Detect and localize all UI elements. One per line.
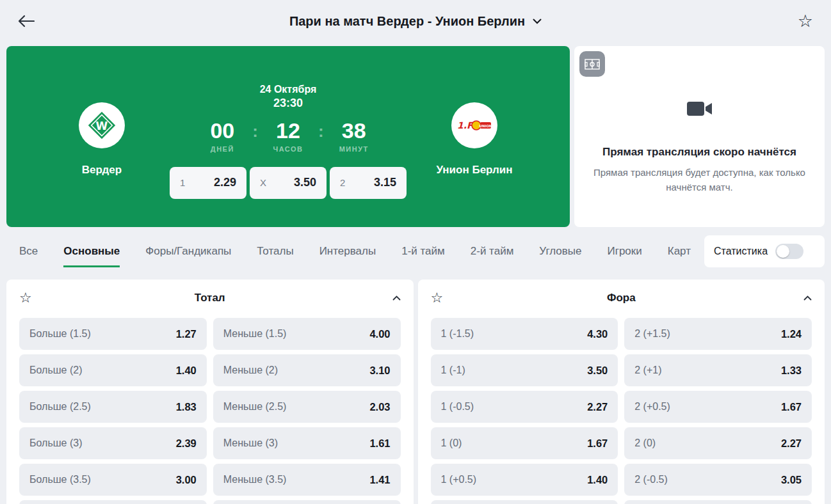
odd-button-x[interactable]: X 3.50 — [250, 167, 327, 199]
bet-odds: 1.27 — [176, 328, 197, 340]
bet-odds: 3.50 — [587, 365, 608, 377]
bet-cell[interactable]: Меньше (2.5) 2.03 — [213, 391, 401, 423]
bet-cell[interactable]: Меньше (2) 3.10 — [213, 354, 401, 386]
bet-odds: 3.10 — [369, 365, 390, 377]
market-favorite-star-icon[interactable]: ☆ — [19, 291, 38, 305]
odd-button-1[interactable]: 1 2.29 — [170, 167, 246, 199]
video-camera-icon — [687, 100, 713, 120]
countdown-minutes: 38 МИНУТ — [333, 120, 375, 153]
countdown: 00 ДНЕЙ : 12 ЧАСОВ : 38 МИНУТ — [201, 120, 375, 153]
match-time: 23:30 — [273, 96, 303, 111]
statistics-toggle-box: Статистика — [704, 235, 825, 267]
match-date: 24 Октября — [260, 83, 317, 96]
bet-cell[interactable]: Меньше (3) 1.61 — [213, 427, 401, 459]
market-row: 1 (0) 1.67 2 (0) 2.27 — [431, 427, 812, 459]
bet-odds: 4.00 — [369, 328, 390, 340]
market-rows: 1 (-1.5) 4.30 2 (+1.5) 1.24 1 (-1) 3.50 … — [431, 314, 812, 504]
market-card-total: ☆ Тотал Больше (1.5) 1.27 Меньше (1.5) — [6, 280, 414, 504]
bet-label: 2 (+0.5) — [634, 401, 670, 413]
bet-label: Меньше (3) — [223, 437, 278, 449]
tab-all[interactable]: Все — [19, 235, 38, 267]
bet-cell[interactable]: 1 (0) 1.67 — [431, 427, 618, 459]
bet-cell[interactable]: 2 (-0.5) 3.05 — [624, 464, 812, 496]
statistics-label: Статистика — [714, 246, 768, 257]
bet-cell[interactable]: 1 (-1) 3.50 — [431, 354, 618, 386]
statistics-toggle[interactable] — [775, 244, 803, 259]
tab-second-half[interactable]: 2-й тайм — [471, 235, 514, 267]
bet-odds: 2.03 — [369, 401, 390, 413]
bet-odds: 1.40 — [176, 365, 197, 377]
bet-cell[interactable] — [213, 500, 401, 504]
bet-cell[interactable] — [431, 500, 618, 504]
favorite-match-star-icon[interactable]: ☆ — [798, 13, 813, 30]
bet-cell[interactable] — [19, 500, 207, 504]
bet-cell[interactable]: Больше (2.5) 1.83 — [19, 391, 207, 423]
bet-cell[interactable]: Больше (3.5) 3.00 — [19, 464, 207, 496]
bet-odds: 4.30 — [587, 328, 608, 340]
page-title-group: Пари на матч Вердер - Унион Берлин — [0, 14, 831, 29]
market-row: Больше (3.5) 3.00 Меньше (3.5) 1.41 — [19, 464, 401, 496]
bet-label: Больше (1.5) — [29, 328, 91, 340]
market-row: Больше (2.5) 1.83 Меньше (2.5) 2.03 — [19, 391, 401, 423]
bet-cell[interactable]: 1 (-0.5) 2.27 — [431, 391, 618, 423]
collapse-button[interactable] — [793, 295, 812, 301]
tab-first-half[interactable]: 1-й тайм — [401, 235, 445, 267]
market-row: 1 (-0.5) 2.27 2 (+0.5) 1.67 — [431, 391, 812, 423]
match-section: W Вердер 1.FC UNION Унион Берлин 24 — [6, 46, 825, 227]
bet-label: Меньше (2.5) — [223, 401, 287, 413]
back-button[interactable] — [18, 15, 35, 28]
chevron-up-icon — [392, 295, 401, 301]
bet-label: 2 (+1) — [634, 365, 661, 376]
bet-cell[interactable]: Больше (3) 2.39 — [19, 427, 207, 459]
field-view-button[interactable] — [579, 51, 605, 77]
chevron-down-icon[interactable] — [533, 19, 542, 24]
top-bar: Пари на матч Вердер - Унион Берлин ☆ — [0, 0, 831, 42]
bet-cell[interactable]: Меньше (3.5) 1.41 — [213, 464, 401, 496]
market-row: Больше (1.5) 1.27 Меньше (1.5) 4.00 — [19, 318, 401, 350]
tab-players[interactable]: Игроки — [607, 235, 641, 267]
bet-label: Меньше (1.5) — [223, 328, 287, 340]
market-header: ☆ Фора — [431, 280, 812, 314]
bet-cell[interactable] — [624, 500, 812, 504]
market-card-handicap: ☆ Фора 1 (-1.5) 4.30 2 (+1.5) 1.24 — [418, 280, 825, 504]
bet-cell[interactable]: 2 (+1) 1.33 — [624, 354, 812, 386]
bet-odds: 2.27 — [781, 437, 802, 450]
collapse-button[interactable] — [382, 295, 401, 301]
bet-cell[interactable]: Больше (1.5) 1.27 — [19, 318, 207, 350]
tab-main[interactable]: Основные — [63, 235, 120, 267]
countdown-separator: : — [252, 120, 258, 141]
odd-value: 3.15 — [374, 176, 396, 189]
bet-cell[interactable]: 2 (+0.5) 1.67 — [624, 391, 812, 423]
tab-totals[interactable]: Тоталы — [257, 235, 293, 267]
bet-odds: 1.83 — [176, 401, 197, 413]
market-rows: Больше (1.5) 1.27 Меньше (1.5) 4.00 Боль… — [19, 314, 401, 504]
page-title[interactable]: Пари на матч Вердер - Унион Берлин — [289, 14, 525, 29]
countdown-separator: : — [318, 120, 324, 141]
bet-label: Больше (3.5) — [29, 474, 91, 485]
countdown-hours-value: 12 — [276, 120, 300, 141]
bet-cell[interactable]: 1 (-1.5) 4.30 — [431, 318, 618, 350]
bet-label: Меньше (3.5) — [223, 474, 287, 485]
bet-cell[interactable]: 2 (+1.5) 1.24 — [624, 318, 812, 350]
bet-cell[interactable]: Меньше (1.5) 4.00 — [213, 318, 401, 350]
tab-corners[interactable]: Угловые — [539, 235, 581, 267]
countdown-hours-label: ЧАСОВ — [273, 145, 303, 153]
odd-label: 2 — [340, 177, 345, 188]
bet-cell[interactable]: 2 (0) 2.27 — [624, 427, 812, 459]
tab-intervals[interactable]: Интервалы — [319, 235, 376, 267]
market-row: Больше (3) 2.39 Меньше (3) 1.61 — [19, 427, 401, 459]
market-tabs: Все Основные Форы/Гандикапы Тоталы Интер… — [6, 233, 825, 269]
bet-cell[interactable]: Больше (2) 1.40 — [19, 354, 207, 386]
countdown-days-value: 00 — [210, 120, 234, 141]
bet-cell[interactable]: 1 (+0.5) 1.40 — [431, 464, 618, 496]
countdown-days-label: ДНЕЙ — [211, 145, 234, 153]
market-row: Больше (2) 1.40 Меньше (2) 3.10 — [19, 354, 401, 386]
bet-odds: 1.41 — [369, 474, 390, 486]
tab-handicaps[interactable]: Форы/Гандикапы — [145, 235, 231, 267]
bet-label: 2 (+1.5) — [634, 328, 670, 340]
market-title: Тотал — [38, 292, 382, 304]
odd-button-2[interactable]: 2 3.15 — [330, 167, 407, 199]
tab-cards[interactable]: Карт — [668, 235, 691, 267]
market-favorite-star-icon[interactable]: ☆ — [431, 291, 450, 305]
broadcast-title: Прямая трансляция скоро начнётся — [602, 146, 796, 159]
